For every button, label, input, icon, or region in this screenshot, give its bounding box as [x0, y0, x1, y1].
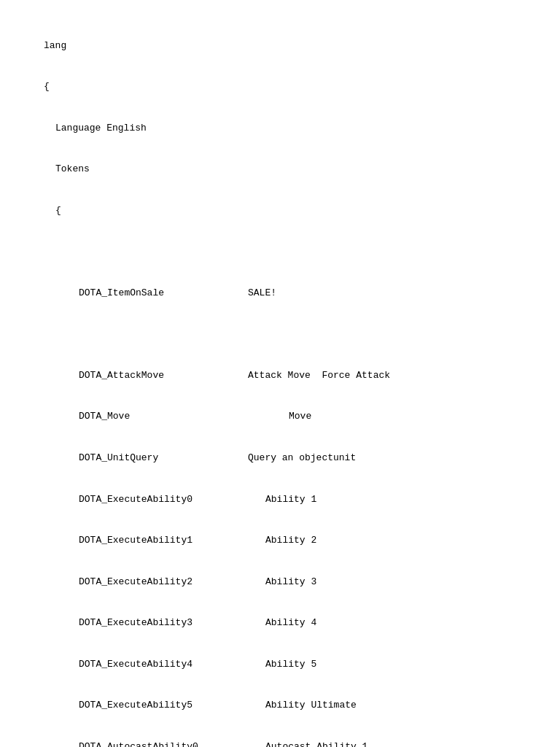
- line-execute-ability4: DOTA_ExecuteAbility4Ability 5: [44, 658, 560, 672]
- line-open-brace-0: {: [44, 80, 560, 94]
- line-execute-ability5: DOTA_ExecuteAbility5Ability Ultimate: [44, 699, 560, 713]
- line-autocast-ability0: DOTA_AutocastAbility0Autocast Ability 1: [44, 740, 560, 747]
- line-move: DOTA_MoveMove: [44, 410, 560, 424]
- line-lang: lang: [44, 39, 560, 53]
- line-language-english: Language English: [44, 122, 560, 136]
- line-execute-ability1: DOTA_ExecuteAbility1Ability 2: [44, 534, 560, 548]
- line-execute-ability0: DOTA_ExecuteAbility0Ability 1: [44, 493, 560, 507]
- line-empty-1: [44, 245, 560, 259]
- line-open-brace-1: {: [44, 204, 560, 218]
- line-tokens: Tokens: [44, 163, 560, 177]
- line-item-on-sale: DOTA_ItemOnSaleSALE!: [44, 287, 560, 301]
- line-execute-ability3: DOTA_ExecuteAbility3Ability 4: [44, 616, 560, 630]
- line-execute-ability2: DOTA_ExecuteAbility2Ability 3: [44, 576, 560, 589]
- line-unit-query: DOTA_UnitQueryQuery an objectunit: [44, 452, 560, 465]
- code-container: lang { Language English Tokens { DOTA_It…: [44, 12, 560, 747]
- line-attack-move: DOTA_AttackMoveAttack Move Force Attack: [44, 369, 560, 383]
- line-empty-2: [44, 328, 560, 341]
